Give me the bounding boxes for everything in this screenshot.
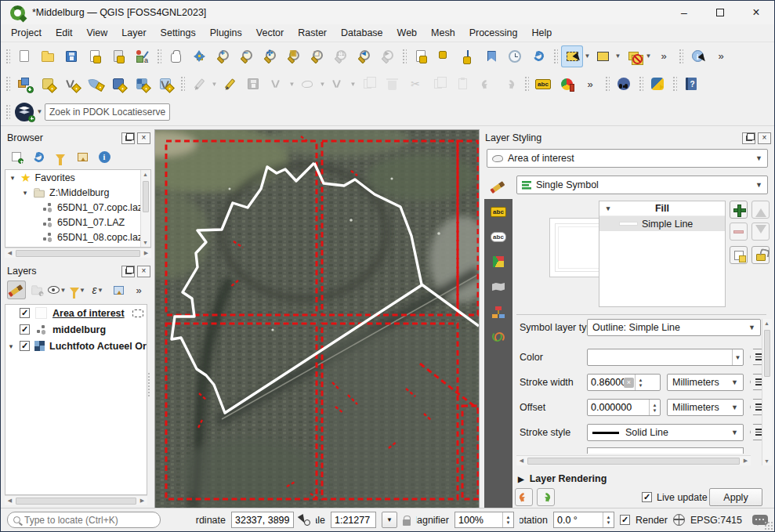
offset-spinner[interactable]: ▲▼	[649, 400, 660, 415]
selection-toolbar-overflow[interactable]: »	[653, 45, 675, 67]
expression-dropdown[interactable]: ▼	[97, 287, 104, 294]
lock-color-button[interactable]	[751, 246, 770, 264]
browser-horizontal-scrollbar[interactable]: ◀ ▶	[5, 248, 151, 258]
offset-spinbox[interactable]: ▲▼	[587, 399, 661, 416]
style-manager-button[interactable]: a	[131, 45, 153, 67]
toggle-editing-button[interactable]	[219, 73, 241, 95]
scale-input[interactable]	[331, 515, 375, 526]
new-shapefile-layer-button[interactable]	[60, 73, 82, 95]
pdok-search-input[interactable]	[45, 103, 170, 121]
rotation-spinner[interactable]: ▲▼	[603, 512, 614, 527]
color-dropdown[interactable]: ▼	[732, 349, 743, 365]
stroke-style-select[interactable]: Solid Line ▼	[587, 424, 744, 441]
new-project-button[interactable]	[13, 45, 35, 67]
digitize-segment-button[interactable]	[266, 73, 288, 95]
rotation-input[interactable]	[554, 515, 603, 526]
toolbar-drag-handle[interactable]	[5, 75, 10, 92]
deselect-dropdown[interactable]: ▼	[645, 52, 652, 60]
toolbar-drag-handle[interactable]	[5, 48, 10, 65]
layers-toolbar-overflow[interactable]: »	[129, 280, 148, 299]
show-bookmarks-button[interactable]	[480, 45, 502, 67]
zoom-in-button[interactable]: +	[212, 45, 234, 67]
new-geopackage-layer-button[interactable]	[37, 73, 59, 95]
vertex-tool-dropdown[interactable]: ▼	[349, 81, 357, 88]
layer-visibility-checkbox[interactable]: ✓	[20, 324, 30, 335]
spin-down-icon[interactable]: ▼	[506, 520, 511, 525]
scrollbar-thumb[interactable]	[16, 250, 140, 257]
menu-edit[interactable]: Edit	[49, 25, 80, 41]
new-mesh-layer-button[interactable]	[107, 73, 129, 95]
move-up-button[interactable]	[751, 201, 770, 219]
toolbar-drag-handle[interactable]	[678, 48, 683, 65]
menu-help[interactable]: Help	[524, 25, 559, 41]
magnifier-spinner[interactable]: ▲▼	[502, 512, 513, 527]
layer-diagram-button[interactable]	[556, 73, 578, 95]
zoom-last-button[interactable]: ◂	[353, 45, 375, 67]
expander-icon[interactable]: ▾	[604, 204, 612, 212]
scrollbar-thumb[interactable]	[527, 458, 740, 465]
copy-features-button[interactable]	[428, 73, 450, 95]
styling-vertical-scrollbar[interactable]: ▲ ▼	[762, 319, 772, 465]
open-project-button[interactable]	[37, 45, 59, 67]
styling-undo-button[interactable]	[515, 488, 533, 506]
panel-splitter[interactable]	[147, 371, 151, 398]
select-by-value-dropdown[interactable]: ▼	[614, 52, 621, 60]
scrollbar-thumb[interactable]	[16, 498, 136, 505]
layer-visibility-checkbox[interactable]: ✓	[20, 341, 30, 351]
cut-features-button[interactable]: ✂	[404, 73, 426, 95]
menu-settings[interactable]: Settings	[154, 25, 203, 41]
styling-layer-select[interactable]: Area of interest ▼	[487, 149, 768, 168]
digitize-dropdown[interactable]: ▼	[288, 81, 295, 88]
spin-up-icon[interactable]: ▲	[506, 515, 511, 519]
expand-collapse-button[interactable]	[109, 280, 128, 299]
offset-unit-select[interactable]: Millimeters ▼	[667, 399, 744, 416]
remove-symbol-layer-button[interactable]	[730, 223, 748, 241]
digitize-shape-button[interactable]	[296, 73, 318, 95]
menu-project[interactable]: Project	[4, 25, 49, 41]
locator-input[interactable]	[24, 515, 154, 526]
properties-widget-button[interactable]	[95, 147, 114, 166]
toolbar-drag-handle[interactable]	[5, 103, 10, 121]
toolbar-drag-handle[interactable]	[604, 75, 610, 92]
temporal-controller-button[interactable]	[504, 45, 526, 67]
scale-box[interactable]	[331, 512, 376, 528]
tab-3d-view[interactable]	[484, 249, 512, 274]
select-features-button[interactable]	[561, 45, 583, 67]
manage-visibility-button[interactable]: ▼	[48, 280, 67, 299]
new-3d-map-view-button[interactable]	[433, 45, 455, 67]
stroke-width-spinbox[interactable]: × ▲▼	[587, 374, 661, 391]
minimize-button[interactable]: –	[666, 1, 702, 24]
layer-name[interactable]: Luchtfoto Actueel Orth	[49, 341, 147, 352]
stroke-width-input[interactable]	[588, 377, 624, 388]
tab-symbology[interactable]	[484, 174, 512, 199]
pdok-services-button[interactable]	[13, 101, 35, 123]
toolbar-drag-handle[interactable]	[179, 75, 185, 92]
styling-horizontal-scrollbar[interactable]: ◀ ▶	[516, 455, 751, 465]
layer-rendering-section[interactable]: ▶ Layer Rendering	[518, 473, 607, 484]
new-virtual-layer-button[interactable]	[131, 73, 153, 95]
lock-icon[interactable]	[403, 519, 411, 526]
new-spatial-bookmark-button[interactable]	[457, 45, 479, 67]
renderer-select[interactable]: Single Symbol ▼	[516, 176, 768, 194]
select-features-dropdown[interactable]: ▼	[584, 52, 591, 60]
scale-dropdown-button[interactable]: ▼	[382, 512, 397, 528]
color-swatch-button[interactable]: ▼	[587, 349, 744, 366]
new-map-view-button[interactable]	[410, 45, 432, 67]
redo-button[interactable]	[498, 73, 520, 95]
layers-horizontal-scrollbar[interactable]: ◀ ▶	[5, 495, 147, 505]
modify-attributes-button[interactable]	[357, 73, 379, 95]
layers-float-button[interactable]	[121, 266, 135, 277]
magnifier-input[interactable]	[455, 515, 502, 526]
zoom-native-button[interactable]: 1:1	[329, 45, 351, 67]
styling-float-button[interactable]	[742, 132, 755, 144]
zoom-out-button[interactable]: −	[235, 45, 257, 67]
add-symbol-layer-button[interactable]	[730, 201, 748, 219]
scroll-right-arrow[interactable]: ▶	[741, 458, 750, 464]
menu-vector[interactable]: Vector	[249, 25, 291, 41]
tree-item-file[interactable]: 65DN1_08.copc.laz	[5, 230, 150, 244]
toolbar-drag-handle[interactable]	[672, 75, 677, 92]
scroll-down-arrow[interactable]: ▼	[762, 458, 771, 464]
styling-redo-button[interactable]	[537, 488, 555, 506]
deselect-features-button[interactable]	[622, 45, 644, 67]
new-spatialite-layer-button[interactable]	[84, 73, 106, 95]
